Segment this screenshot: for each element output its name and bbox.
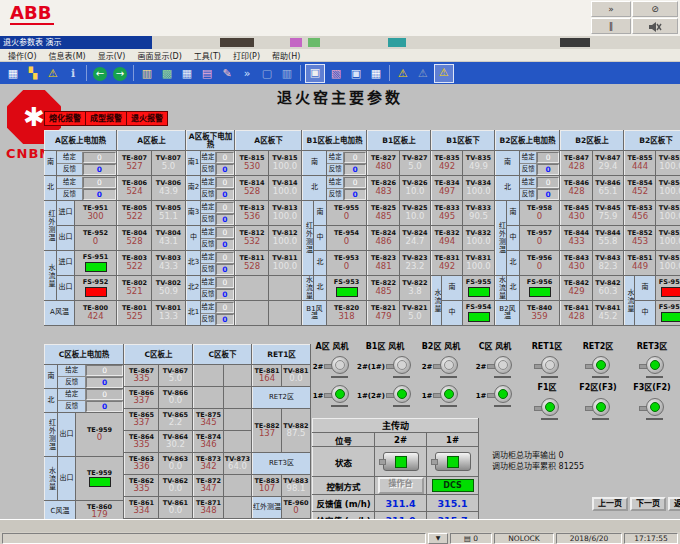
alarm-grid-icon[interactable]: ▦ — [4, 65, 22, 82]
flow-status-ok-indicator — [661, 312, 680, 322]
spreadsheet-icon[interactable]: ▦ — [178, 65, 196, 82]
zone-header: B1区板下 — [432, 131, 495, 151]
menu-item[interactable]: 信息表(M) — [49, 50, 86, 61]
zone-header: C区板上电加热 — [45, 345, 124, 365]
alarm-tab-1[interactable]: 熔化报警 — [44, 111, 85, 126]
label-cell: 水流量 — [625, 276, 635, 326]
alarm-shelve-icon[interactable]: ⚠ — [414, 65, 432, 82]
te-833-cell: TE-833495 — [432, 201, 463, 226]
event-list-icon[interactable]: ▤ — [198, 65, 216, 82]
label-cell: 北 — [507, 276, 520, 301]
label-cell: 南2 — [187, 176, 201, 201]
nav-button[interactable]: 返回目录 — [668, 497, 680, 511]
label-cell: B1风温 — [303, 301, 327, 326]
label-cell: 北 — [303, 176, 327, 201]
fan-group-header: RET2区 — [583, 340, 614, 352]
te-840-cell: TE-840359 — [520, 301, 560, 326]
empty-cell — [224, 431, 252, 453]
window-layout-icon[interactable]: ▣ — [347, 65, 365, 82]
menu-item[interactable]: 画面显示(D) — [137, 50, 181, 61]
main-drive-title: 主传动 — [313, 419, 479, 433]
export-icon[interactable]: » — [238, 65, 256, 82]
zone-header: B1区板上电加热 — [303, 131, 367, 151]
te-843-cell: TE-843430 — [561, 251, 593, 276]
back-icon[interactable]: ← — [91, 65, 109, 82]
tile-windows-icon[interactable]: ▦ — [367, 65, 385, 82]
control-mode-label: 控制方式 — [313, 477, 375, 495]
nav-button[interactable]: 上一页 — [592, 497, 628, 511]
alarm-panel-icon[interactable]: ⚠ — [434, 64, 454, 83]
tv-844-cell: TV-84455.8 — [593, 226, 624, 251]
label-cell: 北 — [496, 176, 520, 201]
te-832-cell: TE-832494 — [432, 226, 463, 251]
hmi-main-area: ✱ CNBM 退火窑主要参数 熔化报警成型报警退火报警 A区板上电加热南给定0反… — [0, 84, 680, 519]
alarm-mute-icon[interactable] — [632, 18, 678, 34]
fan-group-header: A区 风机 — [316, 340, 349, 352]
zone-a2-heat: A区板下电加热南1给定0反馈0南2给定0反馈0南3给定0反馈0中给定0反馈0北3… — [186, 130, 235, 326]
te-841-cell: TE-841428 — [561, 301, 593, 326]
display-group-icon[interactable]: ▚ — [24, 65, 42, 82]
print-icon[interactable]: ▣ — [305, 64, 325, 83]
tv-853-cell: TV-853100.0 — [656, 201, 680, 226]
info-icon[interactable]: ℹ — [64, 65, 82, 82]
report-icon[interactable]: ▥ — [138, 65, 156, 82]
fs-955-cell: FS-955 — [463, 276, 495, 301]
time-field: 17:17:55 — [624, 533, 678, 544]
tv-835-cell: TV-83549.9 — [463, 151, 495, 176]
te-806-cell: TE-806524 — [118, 176, 152, 201]
toolbar-separator — [300, 65, 301, 81]
console-mode-button[interactable]: 操作台 — [378, 477, 424, 494]
status-message-field — [2, 533, 426, 544]
te-854-cell: TE-854452 — [625, 176, 656, 201]
menu-item[interactable]: 打印(P) — [233, 50, 260, 61]
tv-845-cell: TV-84575.9 — [593, 201, 624, 226]
alarm-tabs: 熔化报警成型报警退火报警 — [44, 111, 168, 126]
drive-1-tag: 1# — [427, 433, 479, 447]
pause-button[interactable]: ‖ — [591, 18, 631, 34]
tv-883-cell: TV-88398.1 — [282, 475, 311, 497]
te-872-cell: TE-872347 — [194, 475, 224, 497]
fan-icon-running — [386, 384, 413, 407]
window-controls: » ⊘ ‖ — [591, 1, 678, 34]
fan-label: 1# — [476, 392, 487, 400]
fan-label: 2# — [422, 363, 433, 371]
setpoint-feedback-cell: 给定0反馈0 — [201, 276, 235, 301]
empty-cell — [194, 365, 224, 387]
object-icon[interactable]: ▢ — [258, 65, 276, 82]
menu-item[interactable]: 显示(V) — [98, 50, 126, 61]
fan-icon-running — [487, 384, 514, 407]
alarm-tab-3[interactable]: 退火报警 — [126, 111, 168, 126]
setpoint-feedback-cell: 给定0反馈0 — [58, 365, 124, 389]
tag-number-label: 位号 — [313, 433, 375, 447]
alarm-ack-icon[interactable]: ⚠ — [394, 65, 412, 82]
menu-item[interactable]: 操作(O) — [8, 50, 37, 61]
tv-823-cell: TV-82323.2 — [400, 251, 431, 276]
expand-button[interactable]: » — [591, 1, 631, 17]
window-title: 退火参数表 演示 — [0, 36, 152, 49]
alarm-tab-2[interactable]: 成型报警 — [85, 111, 126, 126]
te-803-cell: TE-803522 — [118, 251, 152, 276]
grid-display-icon[interactable]: ▥ — [278, 65, 296, 82]
te-807-cell: TE-807527 — [118, 151, 152, 176]
fan-group: C区 风机2#1# — [468, 340, 522, 423]
menu-item[interactable]: 帮助(H) — [272, 50, 300, 61]
nav-button[interactable]: 下一页 — [630, 497, 666, 511]
trend-display-icon[interactable]: ▩ — [158, 65, 176, 82]
fan-icon-running — [585, 397, 612, 420]
alarm-summary-icon[interactable]: ⚠ — [44, 65, 62, 82]
status-combo-button[interactable]: ▼ — [428, 533, 448, 544]
te-951-cell: TE-951300 — [75, 201, 117, 226]
label-cell: 出口 — [57, 226, 75, 251]
dcs-mode-button[interactable]: DCS — [432, 479, 474, 492]
tv-854-cell: TV-854100.0 — [656, 176, 680, 201]
chart-icon[interactable]: ▧ — [327, 65, 345, 82]
setpoint-feedback-cell: 给定0反馈0 — [327, 151, 367, 176]
te-873-cell: TE-873342 — [194, 453, 224, 475]
zone-c-top: C区板上TE-867335TV-8675.0TE-866337TV-8660.0… — [124, 344, 193, 519]
no-entry-icon[interactable]: ⊘ — [632, 1, 678, 17]
forward-icon[interactable]: → — [111, 65, 129, 82]
report-edit-icon[interactable]: ✎ — [218, 65, 236, 82]
empty-cell — [224, 387, 252, 409]
menu-item[interactable]: 工具(T) — [194, 50, 221, 61]
label-cell: 水流量 — [496, 276, 507, 301]
